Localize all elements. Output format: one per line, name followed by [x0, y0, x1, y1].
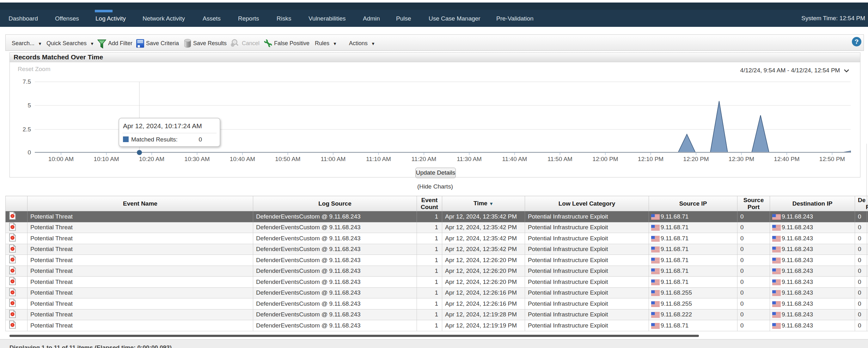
svg-text:?: ?: [855, 38, 859, 45]
